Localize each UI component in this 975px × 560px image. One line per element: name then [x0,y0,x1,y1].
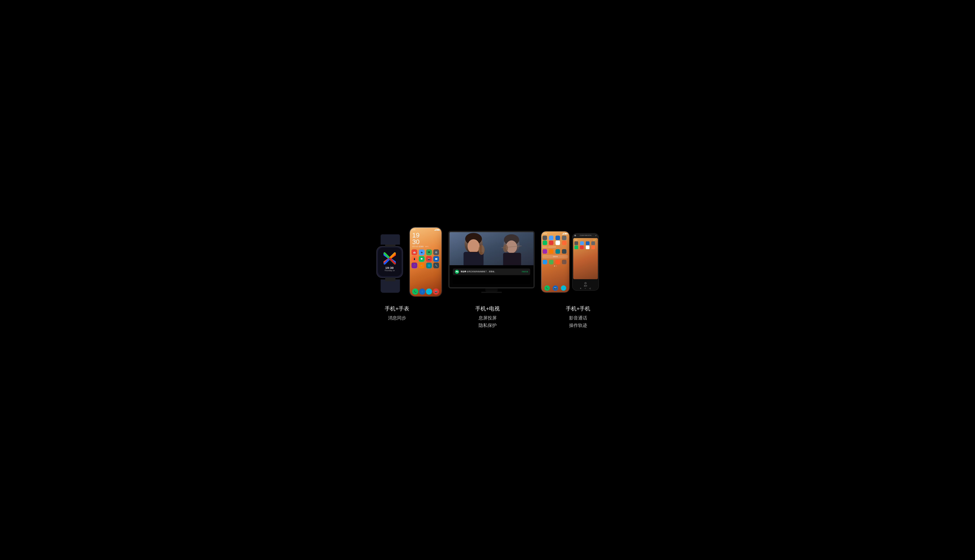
m-app-1 [574,242,578,245]
p2-app-14[interactable] [549,260,554,264]
phone3-mirror-label: 正在操作"妈妈"的手机 [580,235,592,237]
p2-app-4[interactable] [562,236,566,240]
expand-icon[interactable]: ⤢ [595,235,597,237]
label-group-1: 手机+手表 消息同步 [352,305,442,329]
nav-home[interactable]: ○ [585,287,586,290]
watch-face: 19:30 Thursday 24 [378,248,401,276]
phone3-header: ⏻ 正在操作"妈妈"的手机 ⤢ [573,233,599,237]
p2-app-7[interactable] [555,240,560,245]
label-watch-sub: 消息同步 [352,314,442,322]
app-icon-video[interactable]: 📷 [426,256,432,262]
label-phone-main: 手机+手机 [533,305,624,312]
m-app-4 [591,242,595,245]
phone1-time-large: 19 30 9月24日 星期四 26°C [410,231,442,248]
phone1-screen: 19:30 [410,228,442,296]
p2-app-9[interactable] [542,249,547,254]
p2-app-16[interactable] [562,260,566,264]
phone2-status-icons [562,233,567,235]
tv-screen: 张达希 合同已经发到你的邮箱了，请查收。 浮窗回复 [450,232,533,287]
watch-strap-top [381,234,400,245]
watch-date: Thursday 24 [384,270,395,272]
nav-menu[interactable]: ≡ [580,287,581,290]
phone2-status-bar: 19:30 [541,232,569,235]
wechat-icon [455,270,459,274]
p2-app-8[interactable] [562,240,566,245]
phone3-remote-label: ⊙ 遥控 [573,280,599,287]
p2-dock-web[interactable]: 🌐 [561,285,566,291]
watch-group: 19:30 Thursday 24 [376,246,403,278]
tv-notif-text: 张达希 合同已经发到你的邮箱了，请查收。 [461,270,520,273]
p2-app-1[interactable] [542,236,547,240]
phone2-system-label: System • 多任务管理 [541,246,569,248]
label-group-3: 手机+手机 影音通话 操作轨迹 [533,305,624,329]
p2-app-3[interactable] [555,236,560,240]
dock-camera[interactable]: 📷 [433,288,439,295]
app-icon-weather[interactable]: 🌤 [419,249,425,255]
p2-app-13[interactable] [542,260,547,264]
app-icon-maps[interactable]: 🗺 [426,249,432,255]
phone2-screen: 19:30 [541,232,569,292]
p2-dock-phone[interactable]: 📞 [544,285,550,291]
dot-active [554,266,555,267]
phone1-group: 19:30 [409,227,442,297]
svg-point-16 [503,244,508,252]
battery-icon [437,229,440,230]
watch-container: 19:30 Thursday 24 [376,246,403,278]
app-icon-settings[interactable]: ⚙️ [433,249,439,255]
mirror-apps [574,241,597,250]
phone2-time: 19:30 [544,233,547,234]
phone3-navbar: ≡ ○ ◁ [573,287,599,290]
phone3-power-area: ⏻ [574,235,576,237]
app-icon-tools[interactable]: 🔧 [433,263,439,268]
label-tv-main: 手机+电视 [442,305,533,312]
dock-browser[interactable]: 🌐 [426,288,432,295]
phones-pair-group: 19:30 [541,231,599,293]
tv: 张达希 合同已经发到你的邮箱了，请查收。 浮窗回复 [448,231,535,288]
svg-point-9 [478,245,484,255]
signal-icon-2 [562,233,564,235]
p2-app-6[interactable] [549,240,554,245]
svg-rect-10 [480,245,481,255]
app-icon-shop[interactable]: 🛒 [419,263,425,268]
phone2-dock: 📞 📷 🌐 [541,285,569,291]
phone1-date-info: 9月24日 星期四 26°C [412,245,439,248]
app-icon-mail[interactable]: ✉️ [433,256,439,262]
p2-app-15[interactable] [555,260,560,264]
phone1-time-status: 19:30 [412,229,416,230]
p2-app-11[interactable] [555,249,560,254]
phone3-mirror-content: 19:30 📶 🔋 [573,238,598,250]
power-icon: ⏻ [574,235,576,237]
phone1: 19:30 [409,227,442,297]
m-app-2 [580,242,584,245]
remote-text: 遥控 [574,285,598,287]
phone2-apps3 [541,259,569,265]
app-icon-browser[interactable]: 🌐 [426,263,432,268]
tv-notif-action[interactable]: 浮窗回复 [522,270,528,273]
phone2: 19:30 [541,231,570,293]
tv-stand-base [481,292,502,293]
p2-app-10[interactable] [549,249,554,254]
p2-dock-cam[interactable]: 📷 [553,285,558,291]
p2-app-2[interactable] [549,236,554,240]
phone2-share-label: 互联共享 [544,256,567,258]
tv-notification: 张达希 合同已经发到你的邮箱了，请查收。 浮窗回复 [453,268,530,275]
label-phone-sub: 影音通话 操作轨迹 [533,314,624,329]
dock-phone[interactable]: 📞 [412,288,418,295]
app-icon-wechat[interactable]: 💬 [419,256,425,262]
tv-notification-bar: 张达希 合同已经发到你的邮箱了，请查收。 浮窗回复 [450,265,533,287]
tv-group: 张达希 合同已经发到你的邮箱了，请查收。 浮窗回复 [448,231,535,293]
m-app-5 [574,245,578,249]
p2-app-5[interactable] [542,240,547,245]
phone1-apps-grid: 📅 🌤 🗺 ⚙️ 📱 💬 📷 ✉️ 🎵 🛒 🌐 🔧 [410,248,442,269]
nav-back[interactable]: ◁ [589,287,591,290]
p2-app-12[interactable] [562,249,566,254]
mirror-status: 19:30 📶 🔋 [574,239,597,241]
svg-rect-14 [503,253,521,265]
phone2-apps [541,235,569,246]
app-icon-music[interactable]: 🎵 [411,263,417,268]
violin-scene [450,232,533,265]
labels-row: 手机+手表 消息同步 手机+电视 息屏投屏 隐私保护 手机+手机 影音通话 操作… [348,297,627,329]
dock-contacts[interactable]: 👤 [419,288,425,295]
app-icon-1[interactable]: 📱 [411,256,417,262]
app-icon-calendar[interactable]: 📅 [411,249,417,255]
